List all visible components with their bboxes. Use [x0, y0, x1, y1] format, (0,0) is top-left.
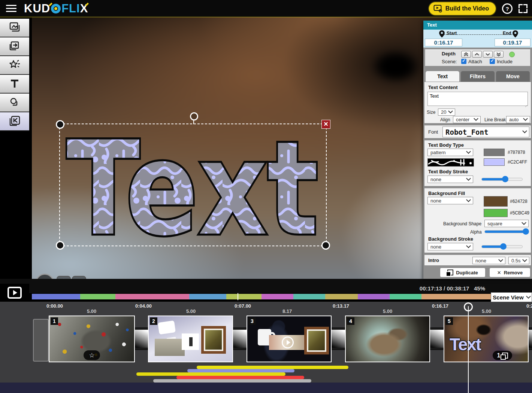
mini-timeline-segment[interactable] [32, 294, 80, 299]
mini-timeline-segment[interactable] [421, 294, 491, 299]
selection-handle-top-left[interactable] [56, 120, 64, 129]
track-bar[interactable] [136, 372, 285, 376]
attach-checkbox[interactable] [461, 59, 466, 64]
sidebar-item-text[interactable] [0, 75, 29, 94]
depth-section: Depth Scene: Attach Include [425, 49, 531, 66]
mini-timeline-playhead[interactable] [238, 293, 238, 300]
camera-button[interactable] [72, 276, 86, 279]
mic-button[interactable] [57, 276, 71, 279]
track-bar[interactable] [176, 376, 304, 379]
logo-o-icon [51, 4, 61, 13]
scene-thumbnail-3[interactable]: 3 [247, 316, 332, 362]
rotation-handle[interactable] [190, 112, 198, 121]
sidebar-item-transitions[interactable] [0, 37, 29, 56]
include-checkbox[interactable] [490, 59, 495, 64]
intro-duration-select[interactable]: 0.5s [508, 257, 529, 264]
selection-handle-bottom-left[interactable] [56, 241, 64, 250]
fullscreen-icon[interactable] [519, 4, 528, 13]
help-button[interactable]: ? [502, 3, 513, 14]
scene1-star-badge[interactable]: ☆ [84, 350, 100, 360]
text-body-color1-swatch[interactable] [484, 149, 505, 156]
scene-thumbnail-1[interactable]: 1 ☆ [49, 316, 135, 362]
mini-timeline-segment[interactable] [390, 294, 421, 299]
size-select[interactable]: 20 [438, 109, 455, 116]
scene-view-dropdown[interactable]: Scene View [491, 292, 532, 302]
ruler-mark: 0:16.17 [432, 303, 448, 309]
duplicate-button[interactable]: Duplicate [440, 268, 486, 277]
background-fill-select[interactable]: none [427, 197, 473, 204]
background-stroke-slider[interactable] [481, 245, 523, 248]
pattern-preview[interactable] [427, 158, 474, 167]
timeline: 0:00.005.000:04.005.000:07.008.170:13.17… [0, 302, 532, 383]
sidebar-item-effects[interactable] [0, 56, 29, 75]
resize-grip[interactable] [524, 104, 527, 107]
text-body-stroke-value: none [430, 177, 441, 182]
mini-timeline-segment[interactable] [226, 294, 262, 299]
mic-icon [59, 278, 69, 279]
scene3-video-clip [269, 335, 306, 350]
font-section: Font Robot_Font [424, 125, 531, 138]
text-properties-panel: Text Start End Depth [423, 21, 532, 279]
tab-move[interactable]: Move [496, 71, 530, 82]
background-shape-select[interactable]: square [484, 220, 529, 227]
text-body-color2-swatch[interactable] [484, 158, 505, 166]
mini-timeline-segment[interactable] [358, 294, 390, 299]
sidebar-item-shapes[interactable] [0, 94, 29, 112]
mini-timeline-segment[interactable] [293, 294, 325, 299]
depth-down-button[interactable] [483, 51, 493, 58]
mini-timeline-scrubber[interactable] [32, 293, 491, 300]
start-time-input[interactable] [425, 39, 462, 46]
background-color1-swatch[interactable] [484, 196, 508, 207]
text-body-color1-hex: #787878 [508, 150, 525, 155]
text-overlay-selection[interactable]: Text ✕ [59, 124, 327, 246]
scene5-layer-count-badge[interactable]: 1 [493, 351, 512, 360]
mini-timeline-segment[interactable] [262, 294, 293, 299]
scene-thumbnail-5[interactable]: Text 5 1 [444, 316, 529, 362]
video-play-icon [7, 286, 22, 299]
mini-timeline-segment[interactable] [325, 294, 358, 299]
scene-thumbnail-2[interactable]: 2 [148, 316, 233, 362]
playhead-line[interactable] [468, 306, 469, 393]
text-body-stroke-slider[interactable] [481, 178, 523, 181]
depth-top-button[interactable] [461, 51, 471, 58]
font-select[interactable]: Robot_Font [442, 127, 529, 137]
end-time-input[interactable] [495, 39, 531, 46]
selection-handle-bottom-right[interactable] [321, 241, 330, 250]
depth-bottom-button[interactable] [494, 51, 504, 58]
tab-filters[interactable]: Filters [461, 71, 495, 82]
mini-timeline-segment[interactable] [115, 294, 189, 299]
align-select[interactable]: center [453, 116, 481, 123]
sidebar-item-media[interactable] [0, 19, 29, 37]
track-bar[interactable] [197, 366, 348, 369]
end-pin-icon[interactable] [513, 30, 518, 38]
tab-text[interactable]: Text [426, 71, 459, 82]
delete-overlay-button[interactable]: ✕ [321, 120, 330, 129]
background-color2-swatch[interactable] [484, 209, 508, 217]
mini-timeline-segment[interactable] [189, 294, 226, 299]
intro-label: Intro [428, 258, 439, 263]
sidebar-item-kudoflix[interactable] [0, 112, 29, 131]
text-content-input[interactable]: Text [427, 92, 528, 106]
scene-thumbnail-4[interactable]: 4 [345, 316, 430, 362]
alpha-slider[interactable] [484, 230, 529, 233]
text-body-stroke-label: Text Body Stroke [428, 169, 468, 174]
mini-timeline-segment[interactable] [80, 294, 115, 299]
scene-view-label: Scene View [493, 294, 523, 301]
text-body-type-select[interactable]: pattern [427, 149, 473, 156]
hamburger-menu-icon[interactable] [6, 5, 16, 12]
depth-up-button[interactable] [472, 51, 482, 58]
remove-button[interactable]: ✕ Remove [489, 268, 531, 277]
track-bar[interactable] [187, 369, 294, 372]
scene-view-toggle-button[interactable] [0, 284, 29, 302]
intro-select[interactable]: none [472, 257, 505, 264]
ruler-mark: 0:13.17 [333, 303, 349, 309]
text-overlay[interactable]: Text [58, 123, 327, 246]
text-body-stroke-select[interactable]: none [427, 176, 473, 183]
build-the-video-button[interactable]: Build the Video [429, 2, 496, 15]
line-break-select[interactable]: auto [506, 116, 530, 123]
background-stroke-select[interactable]: none [427, 243, 473, 250]
panel-tabs: Text Filters Move [426, 71, 530, 82]
start-pin-icon[interactable] [439, 30, 445, 38]
track-bar[interactable] [153, 379, 311, 383]
playhead-handle[interactable] [464, 302, 473, 311]
